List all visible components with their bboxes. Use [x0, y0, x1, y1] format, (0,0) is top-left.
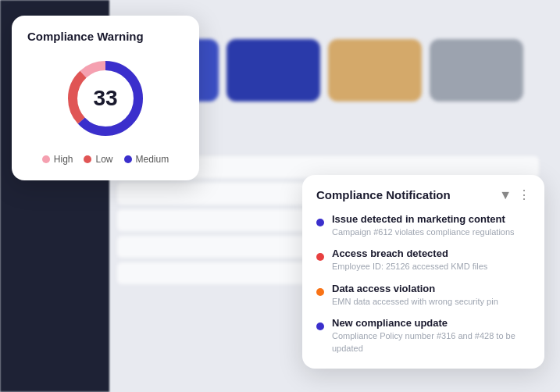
notif-item-title: Data access violation: [332, 283, 498, 294]
notif-item-title: New compliance update: [332, 317, 530, 329]
donut-value: 33: [93, 86, 117, 111]
notif-dot-wrapper: [316, 250, 324, 273]
notif-item-subtitle: Campaign #612 violates compliance regula…: [332, 226, 515, 238]
legend-item-high: High: [42, 154, 73, 165]
notif-dot-wrapper: [316, 285, 324, 308]
notif-item-subtitle: Compliance Policy number #316 and #428 t…: [332, 330, 530, 355]
compliance-warning-card: Compliance Warning 33 High L: [12, 16, 199, 180]
notif-dot-wrapper: [316, 216, 324, 238]
notification-item: Data access violation EMN data accessed …: [316, 283, 530, 308]
legend-dot-medium: [124, 155, 132, 163]
notif-status-dot: [316, 323, 324, 330]
notif-status-dot: [316, 219, 324, 226]
notification-title: Compliance Notification: [316, 188, 451, 201]
donut-chart-container: 33: [27, 55, 184, 141]
chart-legend: High Low Medium: [27, 154, 184, 165]
legend-item-low: Low: [84, 154, 112, 165]
notif-content: New compliance update Compliance Policy …: [332, 317, 530, 355]
notification-items-container: Issue detected in marketing content Camp…: [316, 213, 530, 355]
notification-item: Access breach detected Employee ID: 2512…: [316, 248, 530, 273]
notif-content: Access breach detected Employee ID: 2512…: [332, 248, 487, 273]
legend-dot-low: [84, 155, 91, 163]
notif-item-subtitle: EMN data accessed with wrong security pi…: [332, 296, 498, 308]
donut-chart: 33: [62, 55, 148, 141]
compliance-notification-card: Compliance Notification ▼ ⋮ Issue detect…: [302, 175, 544, 369]
legend-label-medium: Medium: [136, 154, 169, 165]
notif-content: Data access violation EMN data accessed …: [332, 283, 498, 308]
notif-content: Issue detected in marketing content Camp…: [332, 213, 515, 238]
legend-label-low: Low: [95, 154, 112, 165]
more-icon[interactable]: ⋮: [518, 187, 530, 202]
legend-label-high: High: [54, 154, 73, 165]
notif-status-dot: [316, 288, 324, 296]
legend-dot-high: [42, 155, 50, 163]
notif-status-dot: [316, 253, 324, 261]
notif-item-subtitle: Employee ID: 25126 accessed KMD files: [332, 261, 487, 273]
notification-header: Compliance Notification ▼ ⋮: [316, 187, 530, 202]
notif-dot-wrapper: [316, 319, 324, 355]
notification-item: Issue detected in marketing content Camp…: [316, 213, 530, 238]
notif-item-title: Issue detected in marketing content: [332, 213, 515, 225]
legend-item-medium: Medium: [124, 154, 169, 165]
notification-actions: ▼ ⋮: [499, 187, 530, 202]
notification-item: New compliance update Compliance Policy …: [316, 317, 530, 355]
filter-icon[interactable]: ▼: [499, 188, 512, 202]
compliance-warning-title: Compliance Warning: [27, 30, 184, 43]
notif-item-title: Access breach detected: [332, 248, 487, 259]
